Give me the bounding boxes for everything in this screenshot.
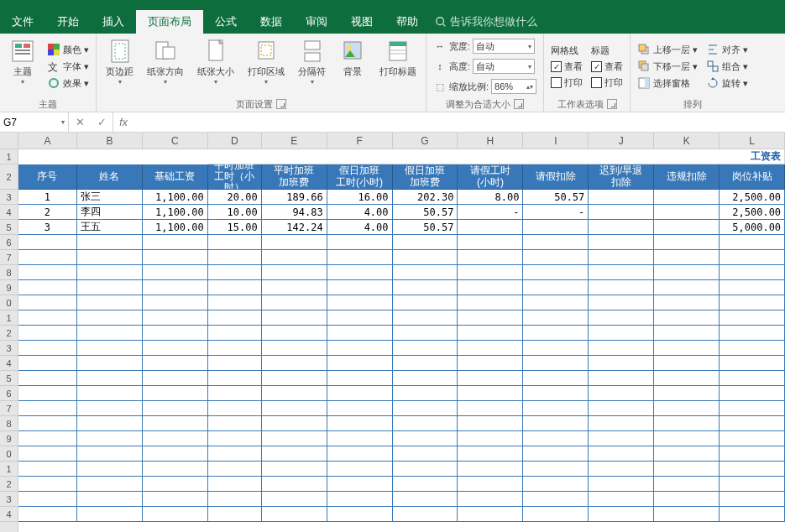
row-header[interactable]: 6: [0, 386, 18, 401]
table-cell[interactable]: [77, 462, 143, 477]
table-cell[interactable]: [262, 265, 327, 280]
row-header[interactable]: 1: [0, 310, 18, 326]
table-cell[interactable]: [654, 341, 720, 356]
table-cell[interactable]: [589, 416, 654, 431]
table-cell[interactable]: 50.57: [393, 205, 458, 220]
table-cell[interactable]: [654, 507, 720, 522]
table-cell[interactable]: [523, 280, 589, 295]
table-cell[interactable]: [262, 401, 327, 416]
table-cell[interactable]: [720, 341, 785, 356]
table-cell[interactable]: [208, 386, 262, 401]
table-cell[interactable]: 4.00: [327, 205, 393, 220]
table-cell[interactable]: [523, 295, 589, 310]
headings-print-check[interactable]: 打印: [589, 76, 625, 90]
table-cell[interactable]: [720, 295, 785, 310]
table-cell[interactable]: 2: [18, 205, 77, 220]
table-cell[interactable]: 189.66: [262, 190, 327, 205]
table-cell[interactable]: 94.83: [262, 205, 327, 220]
table-cell[interactable]: [393, 431, 458, 446]
table-cell[interactable]: [589, 190, 654, 205]
table-cell[interactable]: [18, 477, 77, 492]
cancel-formula-button[interactable]: ✕: [69, 116, 91, 128]
table-cell[interactable]: [18, 250, 77, 265]
breaks-button[interactable]: 分隔符▾: [294, 36, 330, 96]
table-cell[interactable]: [262, 477, 327, 492]
table-cell[interactable]: [327, 462, 393, 477]
row-header[interactable]: 3: [0, 341, 18, 356]
table-cell[interactable]: 1,100.00: [143, 205, 208, 220]
table-cell[interactable]: [327, 235, 393, 250]
table-cell[interactable]: [720, 310, 785, 326]
table-cell[interactable]: [654, 280, 720, 295]
rotate[interactable]: 旋转 ▾: [704, 76, 750, 91]
row-header[interactable]: 6: [0, 235, 18, 250]
table-cell[interactable]: 1,100.00: [143, 220, 208, 235]
table-header-cell[interactable]: 平时加班工时（小时）: [208, 164, 262, 190]
table-cell[interactable]: [654, 265, 720, 280]
table-cell[interactable]: [208, 401, 262, 416]
table-header-cell[interactable]: 序号: [18, 164, 77, 190]
table-cell[interactable]: [393, 462, 458, 477]
sheet-options-dialog-launcher[interactable]: [607, 99, 617, 109]
table-cell[interactable]: 50.57: [523, 190, 589, 205]
table-cell[interactable]: [523, 401, 589, 416]
table-cell[interactable]: [143, 371, 208, 386]
enter-formula-button[interactable]: ✓: [91, 116, 113, 128]
table-cell[interactable]: [208, 280, 262, 295]
table-cell[interactable]: [262, 386, 327, 401]
print-area-button[interactable]: 打印区域▾: [243, 36, 289, 96]
table-cell[interactable]: [589, 477, 654, 492]
table-cell[interactable]: [77, 265, 143, 280]
table-cell[interactable]: [458, 477, 523, 492]
table-cell[interactable]: [143, 326, 208, 341]
table-cell[interactable]: [654, 371, 720, 386]
table-cell[interactable]: [143, 310, 208, 326]
row-header[interactable]: 4: [0, 507, 18, 522]
table-cell[interactable]: [393, 235, 458, 250]
table-cell[interactable]: [458, 250, 523, 265]
gridlines-print-check[interactable]: 打印: [549, 76, 584, 90]
align[interactable]: 对齐 ▾: [704, 42, 750, 57]
send-backward[interactable]: 下移一层 ▾: [636, 59, 699, 74]
table-cell[interactable]: [327, 326, 393, 341]
table-cell[interactable]: [77, 477, 143, 492]
table-cell[interactable]: [458, 220, 523, 235]
row-header[interactable]: 7: [0, 250, 18, 265]
table-cell[interactable]: [77, 371, 143, 386]
table-cell[interactable]: [143, 386, 208, 401]
row-header[interactable]: 4: [0, 205, 18, 220]
table-cell[interactable]: [523, 507, 589, 522]
table-cell[interactable]: [589, 341, 654, 356]
table-cell[interactable]: [327, 507, 393, 522]
table-cell[interactable]: [262, 280, 327, 295]
table-cell[interactable]: 16.00: [327, 190, 393, 205]
table-cell[interactable]: [143, 280, 208, 295]
table-cell[interactable]: [77, 446, 143, 462]
table-cell[interactable]: [77, 326, 143, 341]
table-cell[interactable]: [589, 326, 654, 341]
table-cell[interactable]: [143, 492, 208, 507]
table-cell[interactable]: [720, 462, 785, 477]
menu-review[interactable]: 审阅: [294, 10, 339, 34]
table-cell[interactable]: [18, 280, 77, 295]
table-cell[interactable]: [18, 386, 77, 401]
table-cell[interactable]: [393, 371, 458, 386]
bring-forward[interactable]: 上移一层 ▾: [636, 42, 699, 57]
table-cell[interactable]: [720, 235, 785, 250]
table-cell[interactable]: [18, 462, 77, 477]
themes-button[interactable]: 主题▾: [5, 36, 40, 96]
table-cell[interactable]: [654, 220, 720, 235]
menu-insert[interactable]: 插入: [91, 10, 136, 34]
table-cell[interactable]: [327, 265, 393, 280]
row-header[interactable]: 7: [0, 401, 18, 416]
table-cell[interactable]: [327, 492, 393, 507]
menu-file[interactable]: 文件: [0, 10, 45, 34]
table-cell[interactable]: [327, 386, 393, 401]
table-cell[interactable]: 5,000.00: [720, 220, 785, 235]
background-button[interactable]: 背景: [335, 36, 370, 96]
table-cell[interactable]: [458, 326, 523, 341]
table-cell[interactable]: [77, 250, 143, 265]
table-cell[interactable]: [720, 250, 785, 265]
table-cell[interactable]: [523, 341, 589, 356]
table-cell[interactable]: [523, 416, 589, 431]
